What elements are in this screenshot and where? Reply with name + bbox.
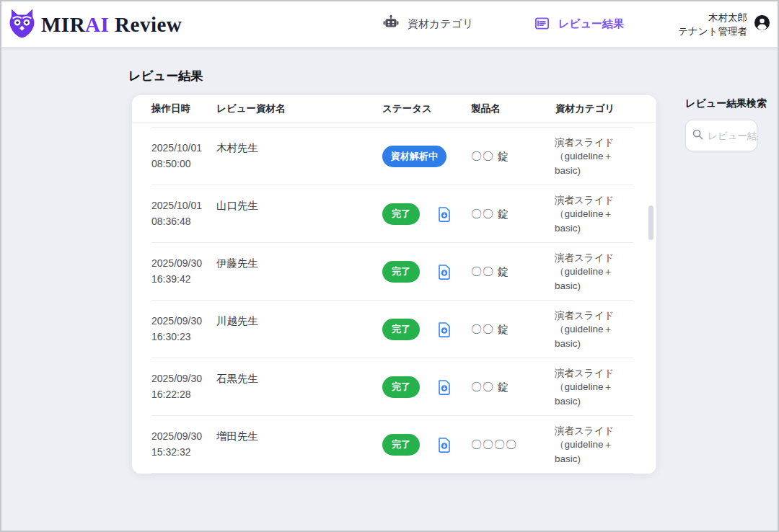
nav-review-results[interactable]: レビュー結果 <box>534 1 624 47</box>
user-role: テナント管理者 <box>678 25 747 38</box>
file-download-icon[interactable] <box>437 206 452 223</box>
table-row[interactable]: 2025/09/3016:39:42 伊藤先生 完了 〇〇 錠 演者スライド （… <box>132 243 656 301</box>
row-product-name: 〇〇 錠 <box>471 150 555 164</box>
row-status: 完了 <box>382 319 437 340</box>
file-download-icon[interactable] <box>437 437 452 453</box>
row-material-category: 演者スライド （guideline＋ basic) <box>555 424 641 466</box>
file-download-icon[interactable] <box>437 322 452 338</box>
status-badge: 完了 <box>382 434 420 456</box>
brand-name: MIRAI Review <box>41 13 182 37</box>
robot-icon <box>382 14 400 34</box>
download-cell <box>437 264 471 280</box>
scrolled-row-remnant <box>132 123 656 128</box>
row-material-category: 演者スライド （guideline＋ basic) <box>555 136 641 178</box>
file-download-icon[interactable] <box>437 379 452 396</box>
row-status: 資材解析中 <box>382 146 437 167</box>
col-header-date: 操作日時 <box>151 102 216 115</box>
brand-logo[interactable]: MIRAI Review <box>7 8 182 42</box>
status-badge: 完了 <box>382 376 420 398</box>
download-cell <box>437 148 471 165</box>
row-operation-datetime: 2025/10/0108:50:00 <box>151 128 216 185</box>
row-material-category: 演者スライド （guideline＋ basic) <box>555 251 641 293</box>
row-material-name: 増田先生 <box>216 416 382 474</box>
col-header-name: レビュー資材名 <box>216 102 382 115</box>
row-product-name: 〇〇 錠 <box>471 323 555 337</box>
download-cell <box>437 322 471 338</box>
col-header-category: 資材カテゴリ <box>555 102 642 115</box>
table-row[interactable]: 2025/09/3016:22:28 石黒先生 完了 〇〇 錠 演者スライド （… <box>132 358 656 416</box>
status-badge: 完了 <box>382 203 420 225</box>
file-download-icon[interactable] <box>437 148 452 165</box>
row-operation-datetime: 2025/09/3016:22:28 <box>151 358 216 416</box>
nav-material-category[interactable]: 資材カテゴリ <box>382 1 473 47</box>
row-product-name: 〇〇〇〇 <box>471 438 555 452</box>
row-product-name: 〇〇 錠 <box>471 265 555 279</box>
table-scrollbar[interactable] <box>648 205 653 240</box>
user-menu[interactable]: 木村太郎 テナント管理者 <box>678 1 770 47</box>
top-bar: MIRAI Review 資材カテゴリ <box>1 1 778 47</box>
row-status: 完了 <box>382 261 437 283</box>
list-icon <box>534 15 550 34</box>
row-operation-datetime: 2025/09/3016:30:23 <box>151 301 216 358</box>
person-avatar-icon[interactable] <box>754 14 770 34</box>
user-name: 木村太郎 <box>678 11 747 25</box>
table-row[interactable]: 2025/09/3015:32:32 増田先生 完了 〇〇〇〇 演者スライド （… <box>132 416 656 474</box>
review-results-card: 操作日時 レビュー資材名 ステータス 製品名 資材カテゴリ 2025/10/01… <box>132 95 656 474</box>
row-material-category: 演者スライド （guideline＋ basic) <box>555 309 641 351</box>
table-header: 操作日時 レビュー資材名 ステータス 製品名 資材カテゴリ <box>132 95 656 123</box>
row-material-category: 演者スライド （guideline＋ basic) <box>555 366 641 409</box>
row-operation-datetime: 2025/10/0108:36:48 <box>151 185 216 243</box>
row-material-name: 山口先生 <box>216 185 382 243</box>
app-window: MIRAI Review 資材カテゴリ <box>0 0 779 532</box>
download-cell <box>437 206 471 223</box>
nav-review-results-label: レビュー結果 <box>558 17 624 31</box>
row-product-name: 〇〇 錠 <box>471 381 555 394</box>
row-product-name: 〇〇 錠 <box>471 208 555 221</box>
row-material-name: 木村先生 <box>216 128 382 185</box>
search-input[interactable] <box>708 130 758 141</box>
row-status: 完了 <box>382 203 437 225</box>
row-operation-datetime: 2025/09/3015:32:32 <box>151 416 216 474</box>
search-box[interactable] <box>685 120 757 151</box>
col-header-status: ステータス <box>382 102 471 115</box>
nav-material-category-label: 資材カテゴリ <box>408 17 473 31</box>
magnifier-icon <box>692 128 704 143</box>
row-material-category: 演者スライド （guideline＋ basic) <box>555 193 641 236</box>
table-row[interactable]: 2025/09/3016:30:23 川越先生 完了 〇〇 錠 演者スライド （… <box>132 301 656 358</box>
row-status: 完了 <box>382 376 437 398</box>
download-cell <box>437 437 471 453</box>
row-operation-datetime: 2025/09/3016:39:42 <box>151 243 216 301</box>
owl-icon <box>7 8 37 42</box>
page-title: レビュー結果 <box>128 68 203 84</box>
status-badge: 完了 <box>382 261 420 283</box>
row-status: 完了 <box>382 434 437 456</box>
col-header-product: 製品名 <box>471 102 555 115</box>
table-rows: 2025/10/0108:50:00 木村先生 資材解析中 〇〇 錠 演者スライ… <box>132 123 656 474</box>
search-panel-label: レビュー結果検索 <box>685 97 767 110</box>
status-badge: 完了 <box>382 319 420 340</box>
row-material-name: 伊藤先生 <box>216 243 382 301</box>
row-material-name: 川越先生 <box>216 301 382 358</box>
table-row[interactable]: 2025/10/0108:36:48 山口先生 完了 〇〇 錠 演者スライド （… <box>132 185 656 243</box>
download-cell <box>437 379 471 396</box>
row-material-name: 石黒先生 <box>216 358 382 416</box>
file-download-icon[interactable] <box>437 264 452 280</box>
user-info: 木村太郎 テナント管理者 <box>678 11 747 38</box>
table-row[interactable]: 2025/10/0108:50:00 木村先生 資材解析中 〇〇 錠 演者スライ… <box>132 128 656 185</box>
